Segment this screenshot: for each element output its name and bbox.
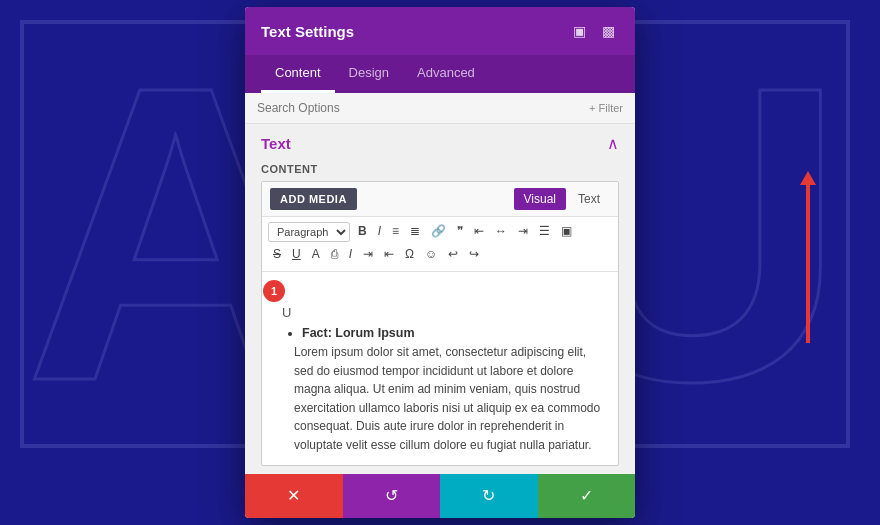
save-button[interactable]: ✓ <box>538 474 636 518</box>
modal-header: Text Settings ▣ ▩ <box>245 7 635 55</box>
list-item: Fact: Lorum Ipsum <box>302 324 606 343</box>
undo-button[interactable]: ↩ <box>443 244 463 265</box>
collapse-icon[interactable]: ▩ <box>598 21 619 41</box>
section-collapse-icon[interactable]: ∧ <box>607 134 619 153</box>
editor-cursor: U <box>274 301 606 325</box>
content-label: Content <box>245 159 635 181</box>
paste-button[interactable]: ⎙ <box>326 244 343 265</box>
italic-button[interactable]: I <box>373 221 386 242</box>
bold-button[interactable]: B <box>353 221 372 242</box>
align-left-button[interactable]: ⇤ <box>469 221 489 242</box>
layout-icon[interactable]: ▣ <box>569 21 590 41</box>
header-icons: ▣ ▩ <box>569 21 619 41</box>
panel-body: Text ∧ Content ADD MEDIA Visual Text Par… <box>245 124 635 473</box>
tab-advanced[interactable]: Advanced <box>403 55 489 93</box>
special-char-button[interactable]: Ω <box>400 244 419 265</box>
tab-design[interactable]: Design <box>335 55 403 93</box>
text-settings-modal: Text Settings ▣ ▩ Content Design Advance… <box>245 7 635 517</box>
align-full-button[interactable]: ☰ <box>534 221 555 242</box>
format-row-1: Paragraph B I ≡ ≣ 🔗 ❞ ⇤ ↔ ⇥ ☰ ▣ <box>268 221 612 242</box>
align-right-button[interactable]: ⇥ <box>513 221 533 242</box>
text-color-button[interactable]: A <box>307 244 325 265</box>
strikethrough-button[interactable]: S <box>268 244 286 265</box>
align-center-button[interactable]: ↔ <box>490 221 512 242</box>
paragraph-select[interactable]: Paragraph <box>268 222 350 242</box>
visual-tab[interactable]: Visual <box>514 188 566 210</box>
undo-footer-button[interactable]: ↺ <box>343 474 441 518</box>
redo-button[interactable]: ↪ <box>464 244 484 265</box>
editor-wrapper: ADD MEDIA Visual Text Paragraph B I ≡ ≣ … <box>261 181 619 465</box>
text-tab[interactable]: Text <box>568 188 610 210</box>
editor-toolbar-top: ADD MEDIA Visual Text <box>262 182 618 217</box>
tabs-bar: Content Design Advanced <box>245 55 635 93</box>
list-item-title: Fact: Lorum Ipsum <box>302 326 415 340</box>
outdent-button[interactable]: ⇤ <box>379 244 399 265</box>
table-button[interactable]: ▣ <box>556 221 577 242</box>
format-row-2: S U A ⎙ I ⇥ ⇤ Ω ☺ ↩ ↪ <box>268 244 612 265</box>
indent-button[interactable]: ⇥ <box>358 244 378 265</box>
italic2-button[interactable]: I <box>344 244 357 265</box>
search-bar: + Filter <box>245 93 635 124</box>
cancel-button[interactable]: ✕ <box>245 474 343 518</box>
redo-footer-button[interactable]: ↻ <box>440 474 538 518</box>
visual-text-tabs: Visual Text <box>514 188 610 210</box>
section-title: Text <box>261 135 291 152</box>
link-button[interactable]: 🔗 <box>426 221 451 242</box>
section-header: Text ∧ <box>245 124 635 159</box>
underline-button[interactable]: U <box>287 244 306 265</box>
search-input[interactable] <box>257 101 589 115</box>
unordered-list-button[interactable]: ≡ <box>387 221 404 242</box>
step-badge: 1 <box>263 280 285 302</box>
modal-title: Text Settings <box>261 23 354 40</box>
modal-footer: ✕ ↺ ↻ ✓ <box>245 474 635 518</box>
filter-button[interactable]: + Filter <box>589 102 623 114</box>
tab-content[interactable]: Content <box>261 55 335 93</box>
ordered-list-button[interactable]: ≣ <box>405 221 425 242</box>
emoji-button[interactable]: ☺ <box>420 244 442 265</box>
list-item-body: Lorem ipsum dolor sit amet, consectetur … <box>294 343 606 455</box>
red-arrow <box>806 183 810 343</box>
add-media-button[interactable]: ADD MEDIA <box>270 188 357 210</box>
format-toolbar: Paragraph B I ≡ ≣ 🔗 ❞ ⇤ ↔ ⇥ ☰ ▣ S U <box>262 217 618 272</box>
editor-content[interactable]: 1 U Fact: Lorum Ipsum Lorem ipsum dolor … <box>262 272 618 465</box>
blockquote-button[interactable]: ❞ <box>452 221 468 242</box>
